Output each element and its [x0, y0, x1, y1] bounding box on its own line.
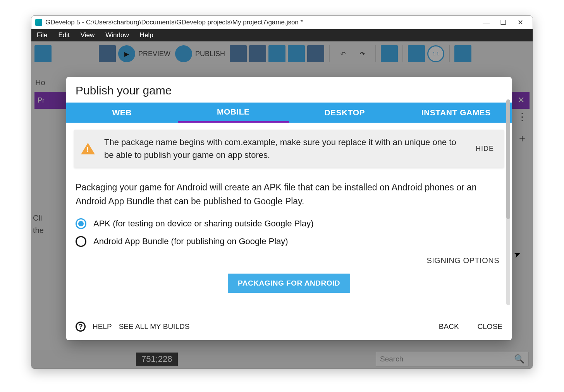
signing-options-button[interactable]: SIGNING OPTIONS: [74, 256, 499, 265]
warning-message: The package name begins with com.example…: [104, 136, 463, 161]
dialog-scrollbar[interactable]: [506, 99, 510, 305]
dialog-title: Publish your game: [66, 77, 512, 103]
menubar: File Edit View Window Help: [31, 29, 533, 41]
radio-selected-icon[interactable]: [76, 218, 86, 229]
tab-web[interactable]: WEB: [66, 103, 178, 123]
warning-icon: [81, 143, 95, 154]
option-aab[interactable]: Android App Bundle (for publishing on Go…: [76, 236, 502, 247]
publish-dialog: Publish your game WEB MOBILE DESKTOP INS…: [66, 77, 512, 340]
help-icon[interactable]: ?: [76, 322, 86, 332]
titlebar: GDevelop 5 - C:\Users\charburg\Documents…: [31, 16, 533, 29]
back-button[interactable]: BACK: [439, 322, 459, 331]
dialog-content: The package name begins with com.example…: [66, 123, 512, 315]
packaging-description: Packaging your game for Android will cre…: [76, 181, 502, 208]
option-aab-label: Android App Bundle (for publishing on Go…: [93, 236, 288, 246]
app-window: GDevelop 5 - C:\Users\charburg\Documents…: [31, 15, 533, 369]
package-android-button[interactable]: PACKAGING FOR ANDROID: [228, 274, 350, 293]
scrollbar-thumb[interactable]: [506, 99, 510, 219]
warning-alert: The package name begins with com.example…: [74, 130, 504, 168]
tab-instant-games[interactable]: INSTANT GAMES: [401, 103, 512, 123]
close-dialog-button[interactable]: CLOSE: [478, 322, 502, 331]
minimize-button[interactable]: —: [478, 19, 495, 27]
tab-mobile[interactable]: MOBILE: [178, 103, 289, 123]
window-title: GDevelop 5 - C:\Users\charburg\Documents…: [45, 19, 478, 26]
close-window-button[interactable]: ✕: [512, 18, 529, 27]
maximize-button[interactable]: ☐: [495, 18, 512, 27]
radio-unselected-icon[interactable]: [76, 236, 86, 247]
publish-tabs: WEB MOBILE DESKTOP INSTANT GAMES: [66, 103, 512, 123]
see-builds-button[interactable]: SEE ALL MY BUILDS: [119, 322, 190, 331]
hide-alert-button[interactable]: HIDE: [473, 145, 497, 153]
app-logo-icon: [35, 19, 42, 26]
menu-file[interactable]: File: [31, 31, 53, 39]
menu-view[interactable]: View: [75, 31, 100, 39]
menu-edit[interactable]: Edit: [53, 31, 75, 39]
option-apk-label: APK (for testing on device or sharing ou…: [93, 219, 314, 229]
menu-window[interactable]: Window: [100, 31, 134, 39]
dialog-footer: ? HELP SEE ALL MY BUILDS BACK CLOSE: [66, 315, 512, 340]
menu-help[interactable]: Help: [134, 31, 159, 39]
help-button[interactable]: HELP: [93, 322, 112, 331]
tab-desktop[interactable]: DESKTOP: [289, 103, 401, 123]
option-apk[interactable]: APK (for testing on device or sharing ou…: [76, 218, 502, 229]
